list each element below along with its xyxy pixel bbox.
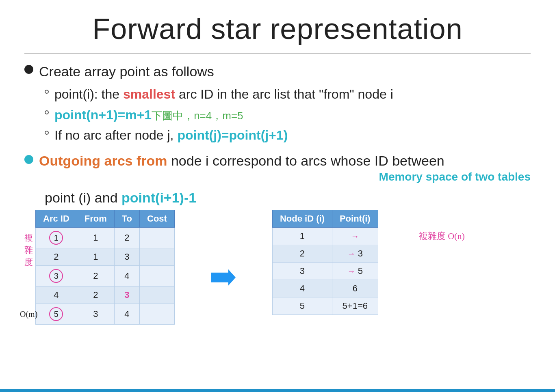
point-i-header: Point(i) [332,210,378,228]
arc-id-circle-1: 1 [49,231,63,245]
left-ann-3: 度 [24,256,33,268]
node-row-3: 3 → 5 [272,263,378,280]
arc-to-1: 2 [114,228,139,248]
tables-wrapper: Arc ID From To Cost 1 1 2 [35,210,465,325]
arc-table-header-row: Arc ID From To Cost [36,210,175,228]
bullet2-container: Outgoing arcs from node i correspond to … [24,152,531,206]
arc-table-container: Arc ID From To Cost 1 1 2 [35,210,175,325]
arc-cost-5 [140,304,175,325]
point-4: 6 [332,280,378,297]
arrow-right-3: → [347,267,356,276]
arc-to-2: 3 [114,248,139,266]
sub-bullet-3: If no arc after node j, point(j)=point(j… [45,126,531,144]
bullet1: Create array point as follows [24,62,531,81]
right-annotation: 複雜度 O(n) [419,230,465,242]
blue-arrow-block [207,269,240,286]
bullet2-row2: point (i) and point(i+1)-1 [45,190,531,206]
node-row-4: 4 6 [272,280,378,297]
node-row-1: 1 → [272,228,378,245]
node-table: Node iD (i) Point(i) 1 → 2 [272,210,378,315]
handwritten-annotation-1: 下圖中，n=4，m=5 [152,110,243,122]
arc-cost-3 [140,266,175,286]
sub-bullets: point(i): the smallest arc ID in the arc… [45,85,531,144]
arc-id-2: 2 [36,248,77,266]
point-3: → 5 [332,263,378,280]
blue-arrow [211,269,236,286]
point-n1-highlight: point(n+1)=m+1 [54,108,152,122]
sub-bullet-2-dot [45,110,49,114]
sub-bullet-3-text: If no arc after node j, point(j)=point(j… [54,126,288,144]
left-annotations: 複 雜 度 [24,232,33,269]
arrow-right-2: → [347,249,356,258]
arc-id-circle-5: 5 [49,307,63,321]
point-i1-highlight: point(i+1)-1 [121,190,196,205]
arc-id-3: 3 [36,266,77,286]
arc-row-5: 5 3 4 [36,304,175,325]
bullet2-row1: Outgoing arcs from node i correspond to … [24,152,531,183]
arc-cost-4 [140,286,175,304]
bullet2-text: Outgoing arcs from node i correspond to … [39,152,444,170]
to-header: To [114,210,139,228]
smallest-highlight: smallest [123,87,175,101]
arc-to-5: 4 [114,304,139,325]
arc-id-4: 4 [36,286,77,304]
arc-cost-2 [140,248,175,266]
slide: Forward star representation Create array… [0,0,555,392]
node-id-3: 3 [272,263,332,280]
node-id-5: 5 [272,297,332,315]
sub-bullet-2-text: point(n+1)=m+1下圖中，n=4，m=5 [54,106,243,124]
arc-table: Arc ID From To Cost 1 1 2 [35,210,175,325]
outgoing-arcs-highlight: Outgoing arcs from [39,153,167,168]
arc-from-5: 3 [77,304,114,325]
from-header: From [77,210,114,228]
sub-bullet-3-dot [45,131,49,135]
arc-row-4: 4 2 3 [36,286,175,304]
bottom-bar [0,389,555,392]
sub-bullet-2: point(n+1)=m+1下圖中，n=4，m=5 [45,106,531,124]
ocm-label: O(m) [20,310,37,319]
arc-row-3: 3 2 4 [36,266,175,286]
arc-id-circle-3: 3 [49,269,63,283]
arc-to-3: 4 [114,266,139,286]
arc-from-2: 1 [77,248,114,266]
point-i-prefix: point (i) and [45,190,121,205]
bullet1-text: Create array point as follows [39,62,214,81]
node-id-header: Node iD (i) [272,210,332,228]
node-table-container: Node iD (i) Point(i) 1 → 2 [272,210,378,315]
bullet2-dot [24,155,33,164]
arc-to-4: 3 [114,286,139,304]
left-ann-1: 複 [24,232,33,243]
node-id-2: 2 [272,245,332,263]
arc-id-5: 5 [36,304,77,325]
arc-id-1: 1 [36,228,77,248]
sub-bullet-1: point(i): the smallest arc ID in the arc… [45,85,531,103]
point-5: 5+1=6 [332,297,378,315]
bullet1-dot [24,65,33,74]
divider [24,53,531,54]
point-1: → [332,228,378,245]
point-j-highlight: point(j)=point(j+1) [177,128,288,142]
point-2: → 3 [332,245,378,263]
bullet2-content: Outgoing arcs from node i correspond to … [24,152,444,170]
table-section: 複 雜 度 Arc ID From To Cost [24,210,531,325]
left-ann-2: 雜 [24,244,33,256]
node-table-header-row: Node iD (i) Point(i) [272,210,378,228]
node-row-2: 2 → 3 [272,245,378,263]
arc-from-1: 1 [77,228,114,248]
arc-row-2: 2 1 3 [36,248,175,266]
node-row-5: 5 5+1=6 [272,297,378,315]
node-id-4: 4 [272,280,332,297]
right-annotation-container: 複雜度 O(n) [419,230,465,242]
slide-title: Forward star representation [24,12,531,45]
sub-bullet-1-text: point(i): the smallest arc ID in the arc… [54,85,393,103]
arc-from-3: 2 [77,266,114,286]
arc-id-header: Arc ID [36,210,77,228]
node-id-1: 1 [272,228,332,245]
arc-row-1: 1 1 2 [36,228,175,248]
sub-bullet-1-dot [45,90,49,94]
arc-cost-1 [140,228,175,248]
arc-from-4: 2 [77,286,114,304]
cost-header: Cost [140,210,175,228]
memory-space-label: Memory space of two tables [379,170,531,183]
arrow-right-1: → [351,232,359,241]
